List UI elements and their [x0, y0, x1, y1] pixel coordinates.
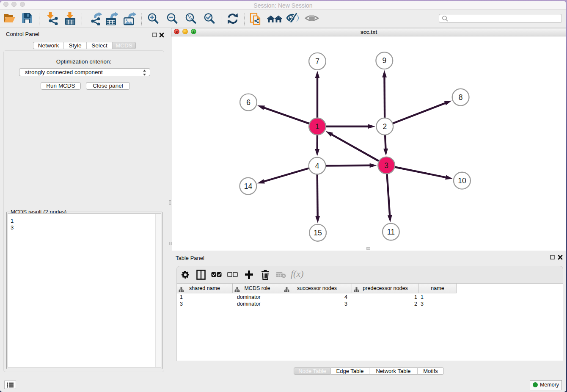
- svg-text:14: 14: [244, 182, 253, 190]
- svg-text:11: 11: [387, 228, 395, 236]
- svg-text:10: 10: [458, 177, 466, 185]
- svg-text:8: 8: [459, 93, 463, 102]
- svg-text:1: 1: [315, 122, 319, 131]
- svg-text:9: 9: [382, 56, 386, 65]
- svg-text:6: 6: [246, 98, 250, 107]
- svg-text:15: 15: [314, 229, 322, 237]
- svg-text:2: 2: [383, 122, 387, 131]
- svg-text:3: 3: [384, 161, 388, 170]
- svg-text:4: 4: [315, 162, 319, 170]
- svg-text:7: 7: [315, 57, 319, 66]
